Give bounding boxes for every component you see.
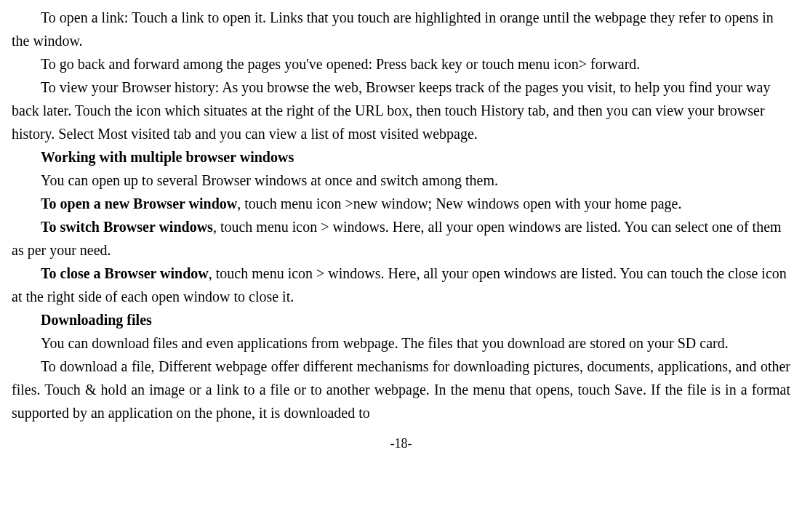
paragraph-view-history: To view your Browser history: As you bro… xyxy=(12,76,790,145)
paragraph-open-new-window: To open a new Browser window, touch menu… xyxy=(12,192,790,215)
heading-multiple-windows: Working with multiple browser windows xyxy=(12,145,790,169)
paragraph-open-several-windows: You can open up to several Browser windo… xyxy=(12,169,790,192)
paragraph-download-files-intro: You can download files and even applicat… xyxy=(12,331,790,355)
paragraph-download-file-details: To download a file, Different webpage of… xyxy=(12,355,790,424)
paragraph-open-link: To open a link: Touch a link to open it.… xyxy=(12,6,790,52)
page-number: -18- xyxy=(12,433,790,454)
bold-close-window: To close a Browser window xyxy=(41,265,209,281)
paragraph-go-back-forward: To go back and forward among the pages y… xyxy=(12,52,790,76)
paragraph-switch-windows: To switch Browser windows, touch menu ic… xyxy=(12,215,790,262)
text-open-new-window: , touch menu icon >new window; New windo… xyxy=(237,196,681,211)
bold-open-new-window: To open a new Browser window xyxy=(41,196,237,211)
heading-downloading-files: Downloading files xyxy=(12,308,790,331)
paragraph-close-window: To close a Browser window, touch menu ic… xyxy=(12,262,790,308)
bold-switch-windows: To switch Browser windows xyxy=(41,219,213,235)
